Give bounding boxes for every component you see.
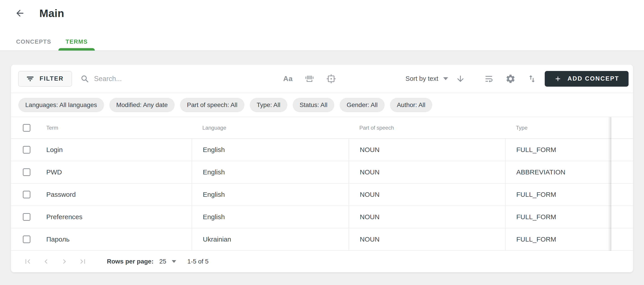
part-of-speech-cell: NOUN	[348, 184, 505, 205]
filter-chip[interactable]: Languages: All languages	[18, 98, 104, 112]
term-value: Login	[46, 146, 62, 154]
back-button[interactable]	[14, 7, 26, 19]
table-row[interactable]: Password English NOUN FULL_FORM	[11, 184, 633, 206]
previous-page-button[interactable]	[42, 257, 50, 266]
row-checkbox[interactable]	[23, 213, 30, 221]
add-concept-label: ADD CONCEPT	[568, 75, 619, 82]
term-value: PWD	[46, 168, 62, 176]
type-cell: FULL_FORM	[505, 139, 611, 161]
search-options: Aa	[283, 74, 336, 84]
type-value: FULL_FORM	[516, 191, 556, 198]
filler-cell	[611, 161, 633, 183]
filler-cell	[611, 184, 633, 205]
table-row[interactable]: Пароль Ukrainian NOUN FULL_FORM	[11, 228, 633, 251]
row-checkbox[interactable]	[23, 146, 30, 154]
type-cell: FULL_FORM	[505, 184, 611, 205]
term-value: Password	[46, 191, 76, 198]
search-input[interactable]	[94, 75, 273, 83]
header-cell-term: Term	[11, 117, 192, 138]
type-cell: FULL_FORM	[505, 206, 611, 228]
search-icon	[80, 75, 89, 83]
term-cell: PWD	[11, 161, 192, 183]
part-of-speech-cell: NOUN	[348, 206, 505, 228]
part-of-speech-cell: NOUN	[348, 161, 505, 183]
part-of-speech-value: NOUN	[360, 168, 380, 176]
filter-button[interactable]: FILTER	[18, 71, 72, 87]
whole-word-icon[interactable]	[305, 75, 314, 83]
settings-gear-icon[interactable]	[505, 74, 516, 84]
type-value: FULL_FORM	[516, 235, 556, 243]
toolbar: FILTER Aa	[11, 65, 633, 93]
term-cell: Login	[11, 139, 192, 161]
term-cell: Preferences	[11, 206, 192, 228]
language-cell: English	[192, 139, 348, 161]
language-value: English	[203, 146, 225, 154]
row-checkbox[interactable]	[23, 168, 30, 176]
last-page-button[interactable]	[78, 257, 87, 266]
next-page-button[interactable]	[60, 257, 69, 266]
table-body: Login English NOUN FULL_FORM PWD	[11, 139, 633, 251]
row-checkbox[interactable]	[23, 191, 30, 198]
match-case-icon[interactable]: Aa	[283, 75, 293, 83]
wrap-text-icon[interactable]	[484, 74, 494, 84]
sort-direction-button[interactable]	[456, 74, 465, 84]
filter-chip[interactable]: Gender: All	[340, 98, 384, 112]
arrow-left-icon	[15, 8, 25, 18]
filter-chip-label: Languages: All languages	[25, 101, 97, 109]
row-checkbox[interactable]	[23, 235, 30, 243]
filler-cell	[611, 206, 633, 228]
header-cell-language: Language	[192, 117, 348, 138]
arrow-drop-down-icon	[443, 77, 448, 80]
first-page-button[interactable]	[23, 257, 32, 266]
column-label-type: Type	[516, 125, 528, 131]
header-cell-type: Type	[505, 117, 611, 138]
term-value: Preferences	[46, 213, 82, 221]
filter-chip-label: Status: All	[300, 101, 328, 109]
term-cell: Пароль	[11, 228, 192, 250]
table-row[interactable]: PWD English NOUN ABBREVIATION	[11, 161, 633, 184]
rows-per-page-label: Rows per page:	[107, 258, 154, 265]
table-row[interactable]: Login English NOUN FULL_FORM	[11, 139, 633, 161]
filter-chip[interactable]: Status: All	[293, 98, 334, 112]
header-cell-part-of-speech: Part of speech	[348, 117, 505, 138]
add-concept-button[interactable]: ADD CONCEPT	[545, 71, 628, 87]
focus-frame-icon[interactable]	[326, 74, 336, 84]
filter-chip[interactable]: Author: All	[390, 98, 432, 112]
part-of-speech-value: NOUN	[360, 235, 380, 243]
filter-list-icon	[26, 76, 34, 82]
header-cell-filler	[611, 117, 633, 138]
terms-card: FILTER Aa	[11, 65, 633, 272]
part-of-speech-value: NOUN	[360, 146, 380, 154]
column-label-term: Term	[46, 125, 58, 131]
language-cell: English	[192, 161, 348, 183]
table-row[interactable]: Preferences English NOUN FULL_FORM	[11, 206, 633, 228]
filler-cell	[611, 228, 633, 250]
filter-chip[interactable]: Part of speech: All	[180, 98, 244, 112]
last-page-icon	[78, 257, 87, 266]
tab-concepts[interactable]: CONCEPTS	[9, 33, 58, 50]
tab-terms[interactable]: TERMS	[58, 33, 95, 50]
filter-chip[interactable]: Modified: Any date	[109, 98, 175, 112]
language-value: English	[203, 191, 225, 198]
sort-dropdown[interactable]: Sort by text	[406, 75, 448, 82]
language-value: Ukrainian	[203, 235, 231, 243]
column-label-language: Language	[202, 125, 226, 131]
column-label-part-of-speech: Part of speech	[359, 125, 394, 131]
filter-chip-label: Part of speech: All	[187, 101, 238, 109]
rows-per-page-select[interactable]: 25	[159, 258, 176, 265]
rows-per-page-caret-icon	[172, 260, 176, 263]
filter-chip-label: Author: All	[397, 101, 426, 109]
swap-vertical-icon[interactable]	[527, 74, 537, 84]
language-cell: English	[192, 206, 348, 228]
page-header: Main CONCEPTS TERMS	[0, 0, 644, 51]
tab-concepts-label: CONCEPTS	[16, 38, 51, 45]
filter-chip-label: Type: All	[257, 101, 280, 109]
select-all-checkbox[interactable]	[23, 124, 30, 132]
pagination-bar: Rows per page: 25 1-5 of 5	[11, 251, 633, 272]
language-cell: English	[192, 184, 348, 205]
language-cell: Ukrainian	[192, 228, 348, 250]
filter-chip[interactable]: Type: All	[250, 98, 287, 112]
arrow-downward-icon	[456, 74, 465, 84]
table-header: Term Language Part of speech Type	[11, 117, 633, 139]
filter-chips-row: Languages: All languages Modified: Any d…	[11, 93, 633, 117]
